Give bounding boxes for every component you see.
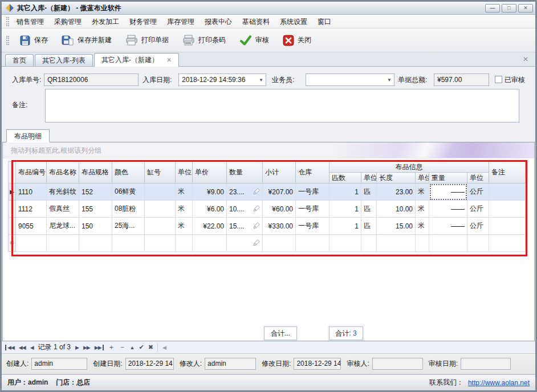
nav-post-icon[interactable]: ✔: [139, 344, 144, 351]
cell[interactable]: [145, 201, 176, 218]
cell[interactable]: [467, 235, 489, 252]
menu-sales[interactable]: 销售管理: [11, 16, 49, 27]
col-warehouse[interactable]: 仓库: [296, 162, 329, 183]
col-fabric-no[interactable]: 布品编号: [16, 162, 47, 183]
print-barcode-button[interactable]: 打印条码: [177, 32, 231, 48]
cell[interactable]: ¥22.00: [193, 218, 227, 235]
col-length[interactable]: 长度: [377, 173, 416, 183]
cell[interactable]: 06鲜黄: [112, 183, 145, 201]
cell[interactable]: [489, 183, 526, 201]
col-length-unit[interactable]: 单位: [416, 173, 429, 183]
col-spec[interactable]: 布品规格: [79, 162, 112, 183]
nav-prev-icon[interactable]: ◀: [30, 345, 34, 350]
col-vat-no[interactable]: 缸号: [145, 162, 176, 183]
menu-basic-data[interactable]: 基础资料: [237, 16, 275, 27]
menu-purchase[interactable]: 采购管理: [49, 16, 87, 27]
cell[interactable]: [489, 218, 526, 235]
cell[interactable]: 米: [416, 201, 429, 218]
close-window-button[interactable]: ✕: [518, 4, 533, 13]
edit-pencil-icon[interactable]: [253, 222, 260, 230]
tab-fabric-detail[interactable]: 布品明细: [6, 129, 50, 142]
cell[interactable]: 米: [176, 201, 193, 218]
cell[interactable]: 公斤: [467, 183, 489, 201]
col-fabric-name[interactable]: 布品名称: [47, 162, 79, 183]
cell[interactable]: [296, 235, 329, 252]
save-and-new-button[interactable]: 保存并新建: [56, 32, 117, 48]
cell[interactable]: 15.00: [377, 218, 416, 235]
edit-pencil-icon[interactable]: [253, 205, 260, 213]
cell[interactable]: [193, 235, 227, 252]
cell[interactable]: 一号库: [296, 183, 329, 201]
menu-finance[interactable]: 财务管理: [124, 16, 162, 27]
print-document-button[interactable]: 打印单据: [120, 32, 174, 48]
cell[interactable]: [145, 183, 176, 201]
cell[interactable]: 23.00: [377, 183, 416, 201]
nav-next-icon[interactable]: ▶: [75, 345, 79, 350]
order-no-field[interactable]: QR18120006: [44, 74, 139, 86]
chevron-down-icon[interactable]: ▼: [385, 77, 394, 83]
cell[interactable]: ¥9.00: [193, 183, 227, 201]
cell-qty[interactable]: 23....: [227, 183, 263, 201]
menu-system[interactable]: 系统设置: [275, 16, 312, 27]
cell[interactable]: 9055: [16, 218, 47, 235]
cell[interactable]: 1112: [16, 201, 47, 218]
col-group-fabric-info[interactable]: 布品信息: [329, 162, 489, 173]
cell[interactable]: 假真丝: [47, 201, 79, 218]
menu-window[interactable]: 窗口: [312, 16, 336, 27]
order-date-combo[interactable]: 2018-12-29 14:59:36 ▼: [178, 74, 266, 86]
tab-home[interactable]: 首页: [5, 54, 34, 66]
col-color[interactable]: 颜色: [112, 162, 145, 183]
toolbar-grip-handle[interactable]: [6, 36, 9, 45]
cell[interactable]: ¥207.00: [263, 183, 296, 201]
cell-qty[interactable]: [227, 235, 263, 252]
edit-pencil-icon[interactable]: [253, 188, 260, 195]
cell[interactable]: [176, 235, 193, 252]
cell-qty[interactable]: 15....: [227, 218, 263, 235]
menu-outsourcing[interactable]: 外发加工: [87, 16, 124, 27]
cell[interactable]: 公斤: [467, 201, 489, 218]
chevron-down-icon[interactable]: ▼: [257, 77, 266, 83]
cell[interactable]: [329, 235, 361, 252]
audit-button[interactable]: 审核: [234, 32, 275, 48]
cell[interactable]: 尼龙球...: [47, 218, 79, 235]
col-unit[interactable]: 单位: [176, 162, 193, 183]
cell[interactable]: [79, 235, 112, 252]
website-link[interactable]: http://www.aolan.net: [468, 379, 530, 387]
cell[interactable]: ¥60.00: [263, 201, 296, 218]
cell[interactable]: [429, 235, 467, 252]
cell-qty[interactable]: 10....: [227, 201, 263, 218]
cell[interactable]: [377, 235, 416, 252]
nav-delete-icon[interactable]: －: [119, 342, 125, 352]
cell[interactable]: [263, 235, 296, 252]
cell[interactable]: [489, 235, 526, 252]
cell[interactable]: [145, 218, 176, 235]
cell[interactable]: [361, 235, 377, 252]
edit-pencil-icon[interactable]: [253, 239, 260, 247]
tab-other-inbound-list[interactable]: 其它入库-列表: [35, 54, 93, 66]
col-price[interactable]: 单价: [193, 162, 227, 183]
subtotal-summary-box[interactable]: 合计...: [264, 326, 297, 340]
menu-inventory[interactable]: 库存管理: [162, 16, 200, 27]
menu-grip-handle[interactable]: [6, 17, 9, 26]
cell[interactable]: 米: [176, 183, 193, 201]
cell[interactable]: 匹: [361, 201, 377, 218]
cell[interactable]: [145, 235, 176, 252]
cell[interactable]: [416, 235, 429, 252]
cell[interactable]: ¥330.00: [263, 218, 296, 235]
nav-cancel-icon[interactable]: ✖: [148, 344, 153, 351]
cell[interactable]: 1: [329, 183, 361, 201]
cell[interactable]: ——: [429, 218, 467, 235]
cell[interactable]: 155: [79, 201, 112, 218]
hscroll-left-arrow-icon[interactable]: ◀: [162, 345, 166, 350]
nav-last-icon[interactable]: ▶▶: [95, 345, 104, 350]
cell[interactable]: 米: [416, 183, 429, 201]
remark-field[interactable]: [45, 89, 519, 122]
cell[interactable]: 公斤: [467, 218, 489, 235]
close-button[interactable]: 关闭: [277, 32, 317, 48]
tab-other-inbound-new[interactable]: 其它入库-（新建） ✕: [94, 53, 179, 67]
cell-weight-editor[interactable]: ——: [429, 183, 467, 201]
col-remark[interactable]: 备注: [489, 162, 526, 183]
cell[interactable]: 一号库: [296, 218, 329, 235]
minimize-button[interactable]: —: [485, 4, 500, 13]
save-button[interactable]: 保存: [14, 32, 54, 48]
